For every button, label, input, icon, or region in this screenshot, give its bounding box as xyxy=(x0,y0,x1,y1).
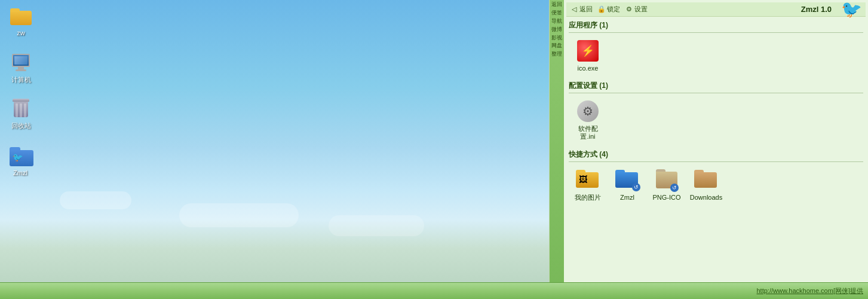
section-apps-header: 应用程序 (1) xyxy=(566,17,866,32)
sidebar-btn-nav[interactable]: 导航 xyxy=(550,18,563,25)
header-settings-button[interactable]: ⚙ 设置 xyxy=(625,5,648,14)
desktop-icon-computer[interactable]: 计算机 xyxy=(3,53,39,84)
my-pics-icon: 🖼 xyxy=(576,168,600,192)
zmzl-shortcut-label: Zmzl xyxy=(620,194,634,202)
shortcuts-grid: 🖼 我的图片 ↺ Zmzl xyxy=(566,166,866,206)
config-ini-icon xyxy=(576,99,600,123)
desktop-icon-recycle-label: 回收站 xyxy=(11,122,31,130)
panel-header: ◁ 返回 🔒 锁定 ⚙ 设置 Zmzl 1.0 🐦 xyxy=(566,2,866,17)
section-config-header: 配置设置 (1) xyxy=(566,77,866,93)
panel-item-downloads[interactable]: Downloads xyxy=(689,168,723,202)
desktop-icon-zmzl[interactable]: 🐦 Zmzl xyxy=(2,146,38,177)
section-shortcuts-header: 快捷方式 (4) xyxy=(566,146,866,161)
lock-icon: 🔒 xyxy=(597,5,606,14)
sidebar-btn-weibo[interactable]: 微博 xyxy=(550,26,563,33)
panel-item-zmzl-shortcut[interactable]: ↺ Zmzl xyxy=(611,168,644,202)
taskbar: http://www.hackhome.com[网侠]提供 xyxy=(0,282,868,299)
panel-item-ico-exe[interactable]: ico.exe xyxy=(571,39,605,72)
section-apps-divider xyxy=(569,32,863,33)
gear-icon: ⚙ xyxy=(625,5,633,14)
section-shortcuts-divider xyxy=(569,161,863,162)
panel-item-png-ico[interactable]: ↺ PNG-ICO xyxy=(650,168,683,202)
ico-exe-icon xyxy=(576,39,600,63)
zmzl-shortcut-icon: ↺ xyxy=(615,168,639,192)
sidebar-strip: 返回 便签 导航 微博 影视 网盘 整理 xyxy=(550,0,564,293)
taskbar-website-link[interactable]: http://www.hackhome.com[网侠]提供 xyxy=(757,286,864,295)
sidebar-btn-cloud[interactable]: 网盘 xyxy=(550,42,563,50)
apps-grid: ico.exe xyxy=(566,36,866,77)
header-lock-button[interactable]: 🔒 锁定 xyxy=(597,5,620,14)
downloads-label: Downloads xyxy=(690,194,722,202)
png-ico-icon: ↺ xyxy=(655,168,679,192)
section-config-divider xyxy=(569,93,863,93)
desktop-icon-computer-label: 计算机 xyxy=(11,76,31,84)
back-icon: ◁ xyxy=(570,5,578,14)
png-ico-label: PNG-ICO xyxy=(652,194,680,202)
ico-exe-label: ico.exe xyxy=(578,65,599,72)
panel-title: Zmzl 1.0 xyxy=(801,5,832,14)
sidebar-btn-bookmarks[interactable]: 便签 xyxy=(550,10,563,17)
sidebar-btn-back[interactable]: 返回 xyxy=(550,1,563,8)
config-ini-label: 软件配置.ini xyxy=(571,125,605,141)
zmzl-panel: 返回 便签 导航 微博 影视 网盘 整理 ◁ 返回 🔒 锁定 ⚙ 设置 Zmzl… xyxy=(549,0,868,293)
desktop-icon-zmzl-label: Zmzl xyxy=(13,169,27,177)
config-grid: 软件配置.ini xyxy=(566,97,866,145)
panel-main-content: ◁ 返回 🔒 锁定 ⚙ 设置 Zmzl 1.0 🐦 应用程序 (1) xyxy=(564,0,868,293)
desktop-icon-recycle[interactable]: 回收站 xyxy=(3,99,39,130)
header-back-button[interactable]: ◁ 返回 xyxy=(570,5,593,14)
panel-item-config-ini[interactable]: 软件配置.ini xyxy=(571,99,605,141)
desktop: zw 计算机 回收 xyxy=(0,0,550,293)
desktop-icon-zw-label: zw xyxy=(17,29,24,37)
downloads-icon xyxy=(694,168,718,192)
sidebar-btn-video[interactable]: 影视 xyxy=(550,35,563,42)
my-pics-label: 我的图片 xyxy=(575,194,601,202)
desktop-icon-zw[interactable]: zw xyxy=(3,6,39,37)
sidebar-btn-manage[interactable]: 整理 xyxy=(550,51,563,58)
panel-item-my-pics[interactable]: 🖼 我的图片 xyxy=(571,168,605,202)
